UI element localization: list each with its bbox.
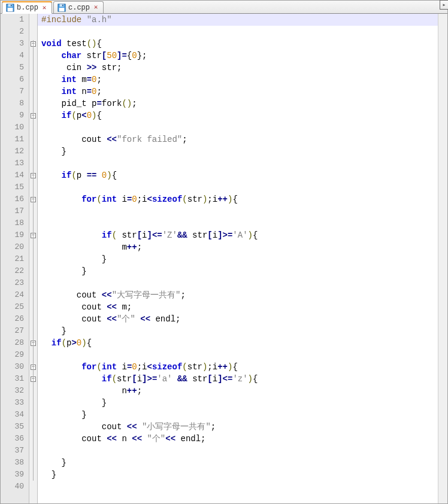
svg-rect-3	[11, 5, 12, 7]
code-line: cout <<"大写字母一共有";	[38, 289, 447, 301]
line-number: 39	[1, 469, 24, 481]
code-line	[38, 217, 447, 229]
line-number: 17	[1, 205, 24, 217]
line-number: 9	[1, 110, 24, 122]
line-number: 11	[1, 133, 24, 145]
code-line: for(int i=0;i<sizeof(str);i++){	[38, 361, 447, 373]
code-line: }	[38, 397, 447, 409]
line-number: 23	[1, 277, 24, 289]
fold-guide-line	[33, 40, 34, 481]
code-line	[38, 277, 447, 289]
line-number: 13	[1, 157, 24, 169]
code-line: int m=0;	[38, 74, 447, 86]
tab-b-cpp[interactable]: b.cpp ✕	[2, 2, 52, 14]
code-line: cout << n << "个"<< endl;	[38, 433, 447, 445]
line-number: 20	[1, 241, 24, 253]
tab-label: c.cpp	[68, 4, 90, 12]
svg-rect-7	[62, 4, 63, 6]
code-line: m++;	[38, 241, 447, 253]
panel-toggle-icon[interactable]: ▸	[440, 0, 448, 10]
tab-bar: b.cpp ✕ c.cpp ✕	[1, 1, 447, 14]
line-number: 38	[1, 457, 24, 469]
line-number: 24	[1, 289, 24, 301]
line-number: 1	[1, 14, 24, 26]
code-line: if(p == 0){	[38, 169, 447, 181]
code-line: char str[50]={0};	[38, 50, 447, 62]
code-line: cin >> str;	[38, 62, 447, 74]
line-number: 10	[1, 122, 24, 133]
line-number: 33	[1, 397, 24, 409]
code-line: int n=0;	[38, 86, 447, 98]
line-number: 14	[1, 169, 24, 181]
code-line: if(str[i]>='a' && str[i]<='z'){	[38, 373, 447, 385]
tab-label: b.cpp	[17, 4, 38, 12]
line-number: 19	[1, 229, 24, 241]
line-number: 31	[1, 373, 24, 385]
code-line: #include "a.h"	[38, 14, 447, 26]
code-line: void test(){	[38, 38, 447, 50]
code-line: }	[38, 325, 447, 337]
svg-rect-6	[59, 8, 65, 11]
line-number: 30	[1, 361, 24, 373]
line-number: 12	[1, 145, 24, 157]
file-save-icon	[57, 4, 66, 12]
tab-c-cpp[interactable]: c.cpp ✕	[53, 1, 104, 13]
code-line: for(int i=0;i<sizeof(str);i++){	[38, 193, 447, 205]
code-line: cout << m;	[38, 301, 447, 313]
code-line	[38, 349, 447, 361]
line-number: 28	[1, 337, 24, 349]
code-line: }	[38, 469, 447, 481]
code-line: }	[38, 253, 447, 265]
close-icon[interactable]: ✕	[41, 4, 48, 11]
file-save-icon	[6, 4, 14, 12]
line-number: 6	[1, 74, 24, 86]
line-number: 25	[1, 301, 24, 313]
code-line: }	[38, 145, 447, 157]
line-number: 32	[1, 385, 24, 397]
line-number: 22	[1, 265, 24, 277]
line-number: 8	[1, 98, 24, 110]
code-line: }	[38, 265, 447, 277]
fold-gutter: − − − − − − − −	[29, 14, 38, 503]
code-line: pid_t p=fork();	[38, 98, 447, 110]
code-line: }	[38, 457, 447, 469]
line-number: 35	[1, 421, 24, 433]
code-line	[38, 205, 447, 217]
code-line: if(p<0){	[38, 110, 447, 122]
code-line: if(p>0){	[38, 337, 447, 349]
code-line	[38, 122, 447, 133]
line-number: 26	[1, 313, 24, 325]
vertical-scrollbar[interactable]	[438, 14, 447, 503]
code-line: }	[38, 409, 447, 421]
code-line	[38, 181, 447, 193]
editor-window: b.cpp ✕ c.cpp ✕ 1 2 3 4 5 6 7 8 9 10 11 …	[0, 0, 448, 504]
line-number: 7	[1, 86, 24, 98]
line-number-gutter: 1 2 3 4 5 6 7 8 9 10 11 12 13 14 15 16 1…	[1, 14, 29, 503]
code-editor[interactable]: #include "a.h" void test(){ char str[50]…	[38, 14, 447, 503]
code-line	[38, 445, 447, 457]
line-number: 34	[1, 409, 24, 421]
code-line	[38, 157, 447, 169]
code-line: n++;	[38, 385, 447, 397]
line-number: 21	[1, 253, 24, 265]
line-number: 40	[1, 481, 24, 493]
code-line: cout <<"个" << endl;	[38, 313, 447, 325]
line-number: 18	[1, 217, 24, 229]
svg-rect-2	[8, 8, 13, 11]
code-line: cout << "小写字母一共有";	[38, 421, 447, 433]
close-icon[interactable]: ✕	[92, 4, 99, 11]
line-number: 15	[1, 181, 24, 193]
line-number: 4	[1, 50, 24, 62]
line-number: 36	[1, 433, 24, 445]
code-line: if( str[i]<='Z'&& str[i]>='A'){	[38, 229, 447, 241]
code-line: cout <<"fork failed";	[38, 133, 447, 145]
code-line	[38, 26, 447, 38]
line-number: 29	[1, 349, 24, 361]
line-number: 16	[1, 193, 24, 205]
code-line	[38, 481, 447, 493]
line-number: 5	[1, 62, 24, 74]
line-number: 37	[1, 445, 24, 457]
line-number: 27	[1, 325, 24, 337]
line-number: 3	[1, 38, 24, 50]
line-number: 2	[1, 26, 24, 38]
